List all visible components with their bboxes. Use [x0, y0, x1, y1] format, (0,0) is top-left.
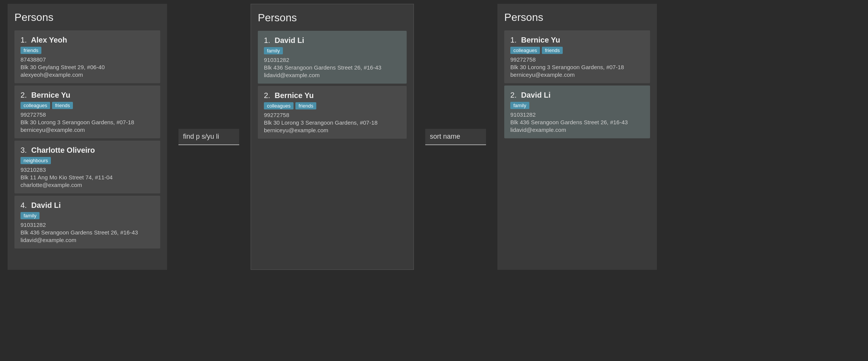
mid-person-index-1: 1.	[264, 36, 270, 44]
mid-person-phone-2: 99272758	[264, 112, 401, 118]
right-person-phone-2: 91031282	[510, 111, 644, 118]
mid-person-name-2: 2. Bernice Yu	[264, 91, 401, 100]
right-tag-friends-1: friends	[542, 47, 563, 54]
right-person-index-1: 1.	[510, 36, 517, 44]
left-person-name-4: 4. David Li	[21, 201, 154, 210]
left-person-email-2: berniceyu@example.com	[21, 127, 154, 133]
tag-friends-2: friends	[52, 102, 73, 109]
mid-tag-colleagues-2: colleagues	[264, 102, 294, 109]
right-person-email-2: lidavid@example.com	[510, 127, 644, 133]
right-person-email-1: berniceyu@example.com	[510, 71, 644, 78]
left-panel: Persons 1. Alex Yeoh friends 87438807 Bl…	[8, 4, 167, 270]
mid-person-address-2: Blk 30 Lorong 3 Serangoon Gardens, #07-1…	[264, 119, 401, 126]
left-person-name-3: 3. Charlotte Oliveiro	[21, 146, 154, 155]
sort-command-section	[414, 4, 497, 270]
mid-panel: Persons 1. David Li family 91031282 Blk …	[251, 4, 414, 270]
right-person-address-1: Blk 30 Lorong 3 Serangoon Gardens, #07-1…	[510, 64, 644, 70]
mid-tag-friends-2: friends	[295, 102, 316, 109]
left-person-card-1[interactable]: 1. Alex Yeoh friends 87438807 Blk 30 Gey…	[14, 30, 160, 83]
left-person-index-1: 1.	[21, 36, 27, 44]
tag-neighbours-3: neighbours	[21, 157, 51, 164]
left-person-card-2[interactable]: 2. Bernice Yu colleagues friends 9927275…	[14, 86, 160, 138]
left-person-tags-1: friends	[21, 47, 154, 54]
left-person-address-1: Blk 30 Geylang Street 29, #06-40	[21, 64, 154, 70]
left-person-address-3: Blk 11 Ang Mo Kio Street 74, #11-04	[21, 174, 154, 180]
mid-panel-title: Persons	[258, 12, 407, 24]
right-tag-family-2: family	[510, 102, 529, 109]
right-person-phone-1: 99272758	[510, 56, 644, 63]
left-person-name-2: 2. Bernice Yu	[21, 91, 154, 100]
right-person-card-1[interactable]: 1. Bernice Yu colleagues friends 9927275…	[504, 30, 650, 83]
tag-family-4: family	[21, 212, 39, 219]
left-person-email-1: alexyeoh@example.com	[21, 71, 154, 78]
left-person-phone-3: 93210283	[21, 166, 154, 173]
right-panel: Persons 1. Bernice Yu colleagues friends…	[497, 4, 657, 270]
left-person-card-3[interactable]: 3. Charlotte Oliveiro neighbours 9321028…	[14, 141, 160, 193]
right-panel-title: Persons	[504, 11, 650, 24]
right-person-index-2: 2.	[510, 91, 517, 99]
left-panel-title: Persons	[14, 11, 160, 24]
left-person-address-4: Blk 436 Serangoon Gardens Street 26, #16…	[21, 229, 154, 236]
right-tag-colleagues-1: colleagues	[510, 47, 540, 54]
left-person-email-4: lidavid@example.com	[21, 237, 154, 243]
main-layout: Persons 1. Alex Yeoh friends 87438807 Bl…	[0, 0, 868, 274]
mid-person-card-2[interactable]: 2. Bernice Yu colleagues friends 9927275…	[258, 86, 407, 139]
left-person-name-1: 1. Alex Yeoh	[21, 36, 154, 44]
mid-person-email-1: lidavid@example.com	[264, 72, 401, 78]
mid-person-name-1: 1. David Li	[264, 36, 401, 45]
left-person-tags-4: family	[21, 212, 154, 219]
right-person-tags-2: family	[510, 102, 644, 109]
right-person-card-2[interactable]: 2. David Li family 91031282 Blk 436 Sera…	[504, 86, 650, 138]
left-person-phone-1: 87438807	[21, 56, 154, 63]
left-person-index-2: 2.	[21, 91, 27, 99]
left-person-index-3: 3.	[21, 146, 27, 154]
left-person-index-4: 4.	[21, 201, 27, 209]
right-person-address-2: Blk 436 Serangoon Gardens Street 26, #16…	[510, 119, 644, 125]
find-command-input[interactable]	[178, 129, 239, 145]
sort-command-input[interactable]	[425, 129, 486, 145]
right-person-name-2: 2. David Li	[510, 91, 644, 100]
left-person-phone-2: 99272758	[21, 111, 154, 118]
left-person-phone-4: 91031282	[21, 222, 154, 228]
left-person-address-2: Blk 30 Lorong 3 Serangoon Gardens, #07-1…	[21, 119, 154, 125]
right-person-tags-1: colleagues friends	[510, 47, 644, 54]
left-person-tags-2: colleagues friends	[21, 102, 154, 109]
mid-person-phone-1: 91031282	[264, 57, 401, 63]
mid-person-address-1: Blk 436 Serangoon Gardens Street 26, #16…	[264, 64, 401, 71]
mid-person-card-1[interactable]: 1. David Li family 91031282 Blk 436 Sera…	[258, 31, 407, 84]
tag-colleagues-2: colleagues	[21, 102, 50, 109]
right-person-name-1: 1. Bernice Yu	[510, 36, 644, 44]
left-person-card-4[interactable]: 4. David Li family 91031282 Blk 436 Sera…	[14, 196, 160, 249]
mid-person-index-2: 2.	[264, 91, 270, 100]
tag-friends-1: friends	[21, 47, 41, 54]
mid-tag-family-1: family	[264, 47, 283, 54]
find-command-section	[167, 4, 251, 270]
mid-person-email-2: berniceyu@example.com	[264, 127, 401, 133]
left-person-email-3: charlotte@example.com	[21, 182, 154, 188]
left-person-tags-3: neighbours	[21, 157, 154, 164]
mid-person-tags-1: family	[264, 47, 401, 54]
mid-person-tags-2: colleagues friends	[264, 102, 401, 109]
